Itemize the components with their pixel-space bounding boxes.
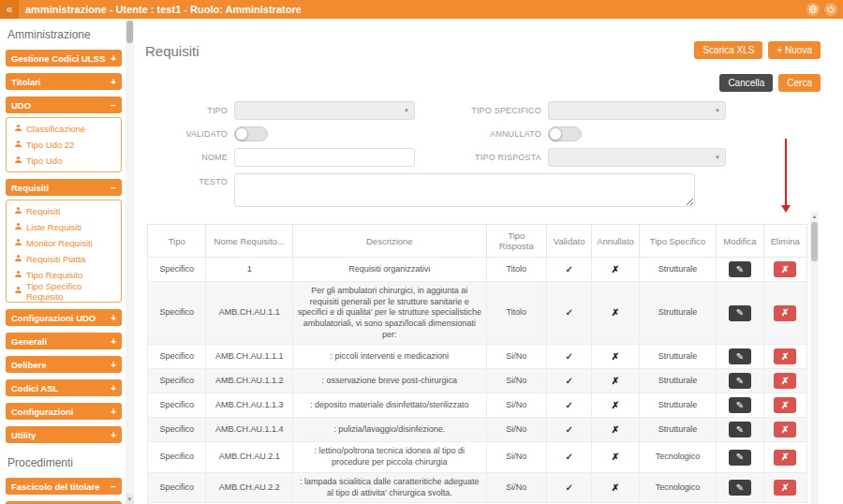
person-icon [14,140,22,150]
cross-icon: ✗ [612,424,619,435]
sidebar-item-label: Utility [11,430,36,440]
cell-descrizione: : lampada scialitica dalle caratteritich… [293,472,486,502]
edit-button[interactable]: ✎ [729,348,751,364]
edit-button[interactable]: ✎ [729,261,751,277]
check-icon: ✓ [565,400,572,410]
delete-button[interactable]: ✗ [774,422,796,437]
power-icon[interactable] [824,3,837,16]
sidebar-scrollbar[interactable]: ▼ [126,19,134,504]
sidebar-item-requisiti[interactable]: Requisiti− [6,179,122,196]
cell-tipo-risposta: Si/No [486,393,546,418]
toggle-knob [235,127,248,141]
close-icon: ✗ [781,351,789,362]
delete-button[interactable]: ✗ [774,348,796,364]
table-row: SpecificoAMB.CH.AU.2.1: lettino/poltrona… [148,442,807,472]
edit-button[interactable]: ✎ [729,397,751,413]
tipo-select[interactable]: ▼ [234,101,415,120]
close-icon: ✗ [781,424,789,435]
annullato-label: ANNULLATO [422,129,541,139]
sidebar-subitem-label: Requisiti Piatta [26,254,85,264]
close-icon: ✗ [781,376,789,386]
annullato-toggle[interactable] [548,126,582,141]
sidebar-item-gestione-codici-ulss[interactable]: Gestione Codici ULSS+ [6,50,122,67]
top-bar: « amministrazione - Utente : test1 - Ruo… [0,0,843,19]
scroll-down-icon[interactable]: ▼ [126,494,134,504]
nome-input[interactable] [234,148,415,167]
cell-elimina: ✗ [763,442,806,472]
cell-elimina: ✗ [763,418,806,442]
sidebar-section-procedimenti: Procedimenti [7,456,121,469]
check-icon: ✓ [565,452,572,462]
table-scrollbar[interactable]: ▲ [810,212,819,504]
sidebar-item-label: Titolari [11,77,41,87]
sidebar-item-fascicolo-del-titolare[interactable]: Fascicolo del titolare− [6,478,122,495]
edit-icon: ✎ [736,351,744,362]
edit-button[interactable]: ✎ [729,305,751,321]
delete-button[interactable]: ✗ [774,261,796,277]
check-icon: ✓ [565,351,572,362]
sidebar-item-utility[interactable]: Utility+ [6,426,122,443]
nome-label: NOME [145,153,228,162]
edit-icon: ✎ [736,452,744,462]
expand-icon: + [111,383,116,393]
cell-annullato: ✗ [592,472,639,502]
sidebar-scrollbar-thumb[interactable] [126,21,133,43]
edit-button[interactable]: ✎ [729,422,751,437]
sidebar-item-configurazioni-udo[interactable]: Configurazioni UDO+ [6,309,122,326]
globe-icon[interactable] [806,3,820,16]
download-xls-button[interactable]: Scarica XLS [694,41,762,59]
sidebar-subitem-tipo-specifico-requisito[interactable]: Tipo Specifico Requisito [8,283,119,299]
expand-icon: + [111,430,116,440]
table-row: SpecificoAMB.CH.AU.2.2: lampada scialiti… [148,472,807,502]
sidebar-subitem-monitor-requisiti[interactable]: Monitor Requisiti [8,235,119,251]
new-button[interactable]: + Nuova [768,41,821,59]
delete-button[interactable]: ✗ [774,373,796,389]
cell-tipo-specifico: Tecnologico [639,472,717,502]
collapse-icon: − [111,482,116,492]
edit-button[interactable]: ✎ [729,450,751,466]
sidebar-item-codici-asl[interactable]: Codici ASL+ [6,379,122,396]
expand-icon: + [111,336,116,347]
cell-descrizione: : lettino/poltrona tecnica idonea al tip… [293,442,486,472]
scroll-up-icon[interactable]: ▲ [810,212,819,221]
table-row: SpecificoAMB.CH.AU.1.1.3: deposito mater… [148,393,807,418]
sidebar-item-udo[interactable]: UDO− [6,96,122,113]
sidebar-subitem-requisiti-piatta[interactable]: Requisiti Piatta [8,251,119,267]
delete-button[interactable]: ✗ [774,450,796,466]
testo-textarea[interactable] [234,173,695,207]
edit-button[interactable]: ✎ [729,373,751,389]
sidebar-item-delibere[interactable]: Delibere+ [6,356,122,373]
cell-tipo-specifico: Strutturale [639,418,717,442]
sidebar-item-titolari[interactable]: Titolari+ [6,73,122,90]
cell-validato: ✓ [547,418,592,442]
cerca-button[interactable]: Cerca [778,74,821,92]
sidebar-subitem-liste-requisiti[interactable]: Liste Requisiti [8,219,119,235]
sidebar-item-label: UDO [11,100,31,111]
edit-button[interactable]: ✎ [729,480,751,496]
cross-icon: ✗ [612,351,619,362]
delete-button[interactable]: ✗ [774,305,796,321]
sidebar-item-configurazioni[interactable]: Configurazioni+ [6,403,122,420]
table-row: SpecificoAMB.CH.AU.1.1.1: piccoli interv… [148,345,807,369]
cell-descrizione: Requisiti organizzativi [293,258,486,282]
filter-form: TIPO ▼ TIPO SPECIFICO ▼ VALIDATO ANNULLA… [145,101,821,207]
tipo-risposta-select[interactable]: ▼ [548,148,726,167]
sidebar-subitem-requisiti[interactable]: Requisiti [8,203,119,219]
delete-button[interactable]: ✗ [774,480,796,496]
sidebar-subitem-classificazione[interactable]: Classificazione [8,121,119,137]
sidebar-subitem-tipo-udo-22[interactable]: Tipo Udo 22 [8,137,119,153]
cancella-button[interactable]: Cancella [719,74,773,92]
sidebar-item-generali[interactable]: Generali+ [6,333,122,349]
sidebar-subitem-label: Tipo Requisito [26,270,82,280]
tipo-risposta-label: TIPO RISPOSTA [422,153,541,162]
tipo-specifico-select[interactable]: ▼ [548,101,726,120]
cross-icon: ✗ [612,307,619,318]
table-scrollbar-thumb[interactable] [811,222,818,261]
validato-toggle[interactable] [234,126,268,141]
sidebar-subitem-tipo-udo[interactable]: Tipo Udo [8,153,119,169]
sidebar-collapse-icon[interactable]: « [0,0,19,19]
collapse-icon: − [111,100,116,111]
cell-elimina: ✗ [763,472,806,502]
cross-icon: ✗ [612,400,619,410]
delete-button[interactable]: ✗ [774,397,796,413]
